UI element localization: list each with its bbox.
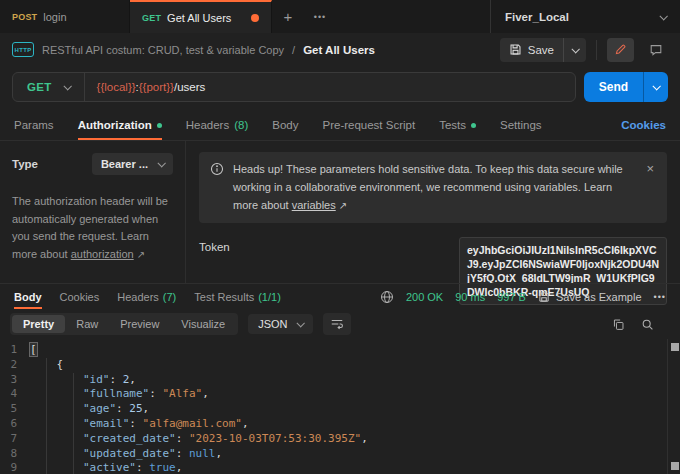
headers-count: (8) [234,119,248,131]
comment-icon [649,43,663,57]
tab-authorization[interactable]: Authorization [78,110,162,140]
close-icon[interactable]: × [644,160,656,177]
response-options-button[interactable]: ••• [654,292,666,302]
line-number: 4 [0,387,30,402]
send-label: Send [584,72,643,102]
auth-detail-panel: Heads up! These parameters hold sensitiv… [186,141,680,283]
banner-text: Heads up! These parameters hold sensitiv… [233,160,635,215]
method-value: GET [27,81,52,93]
line-number: 8 [0,447,30,462]
response-actions [612,318,670,331]
url-input[interactable]: {{local}}:{{port}}/users [85,81,218,93]
green-dot-indicator [471,123,476,128]
save-button[interactable]: Save [500,38,586,62]
line-number: 7 [0,432,30,447]
environment-selector[interactable]: Fiver_Local [490,0,680,33]
tab-settings[interactable]: Settings [500,110,542,140]
environment-name: Fiver_Local [505,11,652,23]
test-results-count: (1/1) [258,291,281,303]
view-preview[interactable]: Preview [109,315,170,333]
pencil-icon [614,43,627,56]
chevron-down-icon [296,319,304,327]
tab-tests[interactable]: Tests [439,110,476,140]
search-icon [641,318,654,331]
line-number: 1 [0,343,30,358]
line-number: 3 [0,373,30,388]
save-as-example-button[interactable]: Save as Example [538,291,642,303]
tab-params[interactable]: Params [14,110,54,140]
response-tab-test-results[interactable]: Test Results (1/1) [194,284,281,309]
line-number: 9 [0,461,30,474]
code-line: 4 "fullname": "Alfa", [0,387,680,402]
view-pretty[interactable]: Pretty [12,315,65,333]
method-badge-post: POST [12,12,37,22]
breadcrumb-actions: Save [500,38,668,62]
request-tabs: Params Authorization Headers (8) Body Pr… [0,110,680,141]
tab-headers[interactable]: Headers (8) [186,110,249,140]
code-text: "created_date": "2023-10-03T07:53:30.395… [30,432,368,447]
save-label: Save [528,44,554,56]
edit-pencil-button[interactable] [607,38,634,62]
cookies-link[interactable]: Cookies [621,119,666,131]
tab-bar: POST login GET Get All Users + ••• Fiver… [0,0,680,33]
comment-button[interactable] [644,38,668,62]
chevron-down-icon [63,82,71,90]
response-tab-headers[interactable]: Headers (7) [117,284,176,309]
variables-docs-link[interactable]: variables [292,199,336,211]
scrollbar-thumb-top[interactable] [671,343,679,351]
breadcrumb-collection[interactable]: RESTful API costum: CRUD, test & variabl… [42,44,284,56]
search-button[interactable] [641,318,654,331]
tab-body[interactable]: Body [272,110,298,140]
toolbar-divider [596,40,597,60]
info-icon [210,162,224,176]
view-visualize[interactable]: Visualize [170,315,236,333]
response-tab-cookies[interactable]: Cookies [60,284,100,309]
indent-guide [46,358,47,474]
chevron-down-icon [157,159,165,167]
tab-pre-request-script[interactable]: Pre-request Script [322,110,415,140]
indent-guide [73,373,74,474]
scrollbar-thumb-bottom[interactable] [671,462,679,470]
copy-button[interactable] [612,318,625,331]
auth-type-selector[interactable]: Bearer ... [92,153,173,175]
breadcrumb-separator: / [292,44,295,56]
network-globe-icon[interactable] [380,290,394,304]
http-icon: HTTP [12,42,34,57]
tab-title: login [43,11,66,23]
authorization-docs-link[interactable]: authorization [71,248,134,260]
view-raw[interactable]: Raw [65,315,109,333]
status-badge[interactable]: 200 OK [406,291,443,303]
request-tab-login[interactable]: POST login [0,0,130,33]
response-body-viewer[interactable]: 1[2 {3 "id": 2,4 "fullname": "Alfa",5 "a… [0,339,680,474]
new-tab-button[interactable]: + [272,0,304,33]
code-line: 3 "id": 2, [0,373,680,388]
unsaved-changes-dot [251,14,259,22]
auth-type-label: Type [12,158,38,170]
method-selector[interactable]: GET [13,73,85,101]
wrap-lines-button[interactable] [323,313,351,335]
request-tab-get-all-users[interactable]: GET Get All Users [130,0,272,33]
save-options-button[interactable] [564,47,586,53]
tab-options-button[interactable]: ••• [304,0,336,33]
format-selector[interactable]: JSON [248,314,312,334]
response-size[interactable]: 997 B [497,291,526,303]
vertical-scrollbar[interactable] [667,339,680,474]
response-time[interactable]: 90 ms [455,291,485,303]
code-line: 1[ [0,343,680,358]
url-variable-port: {{port}} [139,81,174,93]
save-icon [509,43,522,56]
chevron-down-icon [571,45,579,53]
code-line: 9 "active": true, [0,461,680,474]
green-dot-indicator [157,123,162,128]
url-row: GET {{local}}:{{port}}/users Send [0,66,680,110]
auth-description: The authorization header will be automat… [12,193,173,263]
response-toolbar: Pretty Raw Preview Visualize JSON [0,309,680,339]
send-button[interactable]: Send [584,72,668,102]
url-field[interactable]: GET {{local}}:{{port}}/users [12,72,576,102]
send-options-button[interactable] [644,72,668,102]
response-tab-body[interactable]: Body [14,284,42,309]
external-link-icon: ↗ [137,249,145,260]
method-badge-get: GET [142,13,161,23]
code-text: "fullname": "Alfa", [30,387,209,402]
code-line: 8 "updated_date": null, [0,447,680,462]
